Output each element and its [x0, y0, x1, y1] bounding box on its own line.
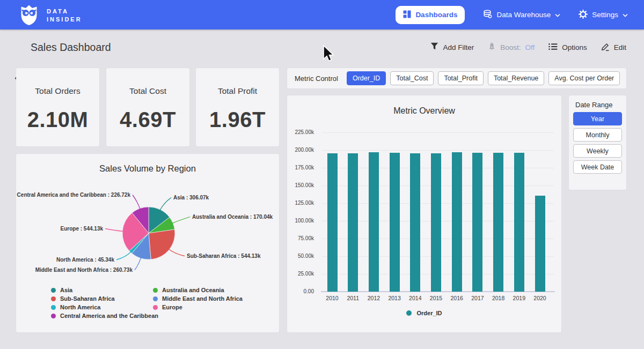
pie-slice-label: Sub-Saharan Africa : 544.13k	[187, 253, 261, 259]
bar-2011[interactable]	[348, 153, 358, 292]
bar-chart-legend[interactable]: Order_ID	[287, 310, 561, 316]
brand-logo[interactable]: DATAINSIDER	[18, 3, 82, 28]
settings-menu[interactable]: Settings	[579, 10, 628, 20]
y-axis-tick-label: 175.00k	[287, 165, 314, 170]
pie-legend-item[interactable]: Central America and the Caribbean	[51, 311, 158, 320]
dashboards-button[interactable]: Dashboards	[396, 6, 465, 24]
metric-option-avg-cost[interactable]: Avg. Cost per Order	[548, 71, 620, 85]
x-axis-tick-label: 2013	[384, 295, 405, 301]
legend-label: Asia	[60, 287, 72, 293]
metric-option-total-cost[interactable]: Total_Cost	[390, 71, 434, 85]
legend-dot	[406, 310, 412, 316]
legend-dot	[51, 314, 56, 318]
bar-2018[interactable]	[493, 153, 503, 292]
pie-slice-label: Europe : 544.13k	[61, 226, 104, 232]
metric-option-total-profit[interactable]: Total_Profit	[438, 71, 484, 85]
pie-slice-label: Central America and the Caribbean : 226.…	[17, 192, 131, 198]
edit-button[interactable]: Edit	[601, 42, 626, 53]
legend-dot	[153, 296, 158, 301]
x-axis-tick-label: 2011	[342, 295, 364, 301]
x-axis-tick-label: 2015	[426, 295, 447, 301]
legend-dot	[153, 288, 158, 293]
dashboard-grid-icon	[403, 10, 411, 20]
pie-label-connector	[160, 198, 171, 211]
pie-label-connector	[105, 229, 123, 232]
pie-label-connector	[172, 217, 190, 224]
pie-slice-label: North America : 45.34k	[56, 257, 114, 263]
owl-logo-icon	[18, 3, 40, 28]
date-option-weekly[interactable]: Weekly	[573, 144, 622, 158]
date-option-year[interactable]: Year	[573, 112, 622, 125]
legend-label: North America	[60, 304, 100, 310]
bar-2016[interactable]	[452, 152, 462, 292]
top-nav: DATAINSIDER Dashboards	[0, 0, 644, 29]
chevron-down-icon	[555, 11, 560, 19]
pie-legend-item[interactable]: Sub-Saharan Africa	[51, 294, 158, 303]
legend-label: Order_ID	[416, 310, 442, 316]
pie-legend-item[interactable]: Europe	[153, 303, 243, 311]
y-axis-tick-label: 25.00k	[287, 271, 314, 277]
pie-label-connector	[116, 252, 131, 260]
bar-chart-plot-area: 225.00k200.00k175.00k150.00k125.00k100.0…	[287, 95, 561, 332]
bar-2014[interactable]	[410, 153, 420, 292]
pie-label-connector	[133, 195, 140, 209]
pie-legend-item[interactable]: Middle East and North Africa	[153, 294, 243, 303]
bar-2019[interactable]	[514, 153, 524, 292]
y-axis-tick-label: 100.00k	[287, 218, 314, 224]
kpi-card-total-profit: Total Profit 1.96T	[196, 68, 279, 146]
bar-2012[interactable]	[369, 152, 379, 292]
x-axis-tick-label: 2017	[467, 295, 488, 301]
pie-legend-column-1: AsiaSub-Saharan AfricaNorth AmericaCentr…	[51, 286, 158, 320]
x-axis-tick-label: 2020	[529, 295, 551, 301]
x-axis-tick-label: 2019	[508, 295, 530, 301]
bar-2013[interactable]	[390, 153, 400, 292]
kpi-label: Total Cost	[106, 86, 189, 96]
y-axis-tick-label: 75.00k	[287, 235, 314, 241]
metric-option-total-revenue[interactable]: Total_Revenue	[488, 71, 544, 85]
legend-label: Middle East and North Africa	[162, 295, 243, 302]
metric-control-bar: Metric Control Order_ID Total_Cost Total…	[287, 68, 626, 88]
gridline	[322, 150, 554, 151]
gridline	[322, 132, 554, 133]
page-title: Sales Dashboard	[31, 41, 111, 54]
kpi-card-total-orders: Total Orders 2.10M	[16, 68, 99, 146]
legend-dot	[51, 288, 56, 293]
x-axis-tick-label: 2014	[405, 295, 426, 301]
boost-toggle[interactable]: Boost:Off	[488, 42, 535, 52]
date-range-panel: Date Range Year Monthly Weekly Week Date	[569, 95, 626, 190]
kpi-value: 4.69T	[106, 108, 189, 132]
metric-overview-chart-panel: Metric Overview 225.00k200.00k175.00k150…	[287, 95, 561, 332]
pie-legend-item[interactable]: Australia and Oceania	[153, 286, 243, 294]
y-axis-tick-label: 50.00k	[287, 253, 314, 259]
rocket-icon	[488, 42, 496, 52]
y-axis-tick-label: 200.00k	[287, 147, 314, 153]
boost-status: Off	[525, 43, 535, 51]
bar-2015[interactable]	[431, 153, 441, 292]
legend-label: Europe	[162, 304, 182, 310]
date-option-week-date[interactable]: Week Date	[573, 160, 622, 174]
date-option-monthly[interactable]: Monthly	[573, 128, 622, 142]
options-button[interactable]: Options	[548, 43, 587, 52]
legend-label: Australia and Oceania	[162, 287, 224, 293]
x-axis-tick-label: 2016	[446, 295, 467, 301]
filter-funnel-icon	[430, 42, 438, 52]
add-filter-button[interactable]: Add Filter	[430, 42, 474, 52]
data-warehouse-menu[interactable]: Data Warehouse	[483, 10, 560, 20]
bar-2020[interactable]	[535, 196, 545, 292]
y-axis-tick-label: 0.00	[287, 288, 314, 294]
date-range-label: Date Range	[575, 101, 612, 109]
pie-legend-item[interactable]: North America	[51, 303, 158, 311]
legend-label: Central America and the Caribbean	[60, 313, 158, 319]
kpi-value: 1.96T	[196, 108, 279, 132]
kpi-label: Total Profit	[196, 86, 279, 96]
bar-2017[interactable]	[472, 153, 482, 292]
kpi-value: 2.10M	[16, 108, 99, 132]
pie-legend-item[interactable]: Asia	[51, 286, 158, 294]
pie-slice-sub-saharan-africa[interactable]	[149, 229, 175, 259]
bar-2010[interactable]	[327, 153, 338, 292]
metric-control-label: Metric Control	[295, 75, 338, 83]
y-axis-tick-label: 150.00k	[287, 182, 314, 188]
pie-slice-label: Middle East and North Africa : 260.73k	[35, 267, 133, 273]
metric-option-order-id[interactable]: Order_ID	[347, 71, 386, 85]
chevron-down-icon	[623, 11, 628, 19]
